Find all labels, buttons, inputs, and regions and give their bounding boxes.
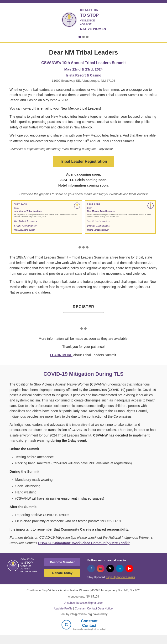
postcard1-community: From: Community (14, 223, 80, 228)
during-items: Mandatory mask wearing Social distancing… (15, 477, 157, 501)
nav-dot-3[interactable] (86, 36, 89, 38)
postcard2-header: Post Card (87, 203, 153, 206)
during-item-1: Mandatory mask wearing (15, 477, 157, 482)
facebook-icon[interactable]: f (87, 565, 95, 572)
logo-against: AGAINST (80, 22, 106, 26)
nav-dot-1[interactable] (78, 36, 81, 38)
youtube-icon[interactable]: ▶ (125, 565, 133, 572)
body-para4-post: Annual Tribal Leaders Summit. (89, 139, 135, 143)
social-label: Follow us on social media (87, 558, 160, 563)
postcard2-community: From: Community (87, 223, 153, 228)
divider-dot-4 (80, 327, 83, 330)
logo-violence: VIOLENCE (80, 18, 106, 23)
postcard1-tribal: To: Tribal Leaders (14, 219, 80, 224)
covid-para1: The Coalition to Stop Violence Against N… (10, 382, 157, 419)
body-para3: The goal Is to gather all our New Mexico… (10, 114, 157, 130)
body-para1: Whether your tribal leaders are seasoned… (10, 87, 157, 103)
covid-para2: As Indigenous leaders and advocates it i… (10, 422, 157, 444)
divider-dot-3 (86, 246, 89, 248)
agenda-line1: Agenda coming soon. (10, 172, 157, 177)
after-items: Reporting positive COVID-19 results Or i… (15, 512, 157, 524)
before-items: Testing before attendance Packing hand s… (15, 454, 157, 466)
register-cta: REGISTER (10, 301, 157, 313)
update-profile-link[interactable]: Update Profile (54, 607, 73, 610)
event-title: CSVANW's 10th Annual Tribal Leaders Summ… (10, 60, 157, 66)
during-item-3: Hand washing (15, 490, 157, 495)
cc-logo-icon: C (62, 620, 71, 630)
postcard1-logo-icon (74, 202, 80, 209)
postcard-2: Post Card Dear, New Mexico Tribal Leader… (85, 200, 156, 234)
footer-section: COALITION to STOP VIOLENCE AGAINST NATIV… (0, 553, 167, 584)
covid-during-list: Mandatory mask wearing Social distancing… (10, 477, 157, 501)
during-item-2: Social distancing (15, 484, 157, 489)
toolkit-link[interactable]: COVID-19 Mitigation: Work Place Communit… (38, 541, 129, 545)
become-member-button[interactable]: Become Member (44, 558, 80, 566)
logo-native-women: NATIVE WOMEN (80, 26, 106, 32)
nav-dot-2[interactable] (82, 36, 85, 38)
learn-more-link[interactable]: LEARN MORE (50, 353, 73, 357)
mask-notice: CSVANW is implementing mandatory mask-we… (10, 146, 157, 151)
unsubscribe-link[interactable]: Unsubscribe xxxxx@gmail.com (64, 601, 104, 604)
donate-today-button[interactable]: Donate Today (44, 569, 80, 577)
summit-desc-para1: The 10th Annual Tribal Leaders Summit – … (10, 255, 157, 276)
summit-desc-para2: The summit highlights the unique tribal,… (10, 279, 157, 295)
unsubscribe-row: Unsubscribe xxxxx@gmail.com (10, 601, 157, 605)
constant-contact-logo: C ConstantContact Try email marketing fo… (10, 619, 157, 631)
postcard-row: Post Card Dear, New Mexico Tribal Leader… (10, 200, 157, 234)
download-text: Download the graphics to share on your s… (10, 192, 157, 196)
postcard2-footer: TRIBAL LEADERS SUMMIT (87, 229, 153, 232)
before-item-1: Testing before attendance (15, 454, 157, 460)
postcard2-dear: Dear, New Mexico Tribal Leaders, (87, 206, 153, 213)
section-divider-1 (0, 242, 167, 252)
linkedin-icon[interactable]: in (116, 565, 124, 572)
tribal-leader-registration-button[interactable]: Tribal Leader Registration (53, 156, 114, 167)
after-item-2: Or in close proximity of someone who has… (15, 518, 157, 524)
footer-left: Become Member Donate Today (44, 558, 83, 577)
covid-before-label: Before the Summit (10, 446, 157, 452)
cc-brand-name: ConstantContact (73, 619, 106, 628)
postcard2-body: We are pleased to invite you to attend t… (87, 214, 153, 218)
cc-logo-text-area: ConstantContact Try email marketing for … (73, 619, 106, 631)
divider-dot-2 (82, 246, 85, 248)
bottom-section: Coalition to Stop Violence Against Nativ… (0, 584, 167, 635)
postcard2-logo-icon (147, 202, 154, 209)
svg-point-9 (76, 204, 78, 206)
address-line2: Albuquerque, NM 87109 (10, 594, 157, 599)
svg-point-16 (12, 562, 14, 565)
postcard1-dear: Dear, New Mexico Tribal Leaders, (14, 206, 80, 213)
profile-notice-row: Update Profile | Constant Contact Data N… (10, 606, 157, 611)
svg-point-3 (68, 14, 71, 19)
address-line1: Coalition to Stop Violence Against Nativ… (10, 588, 157, 592)
data-notice-link[interactable]: Constant Contact Data Notice (75, 607, 113, 610)
agenda-section: Agenda coming soon. 2024 TLS Briefs comi… (10, 172, 157, 188)
register-button[interactable]: REGISTER (63, 301, 104, 313)
cta-container: Tribal Leader Registration (10, 156, 157, 167)
learn-more-suffix: about Tribal Leaders Summit. (73, 353, 117, 357)
cc-tagline: Try email marketing for free today! (73, 628, 106, 631)
signup-emails-link[interactable]: Sign Up for our Emails (106, 576, 135, 579)
header-section: COALITION to STOP VIOLENCE AGAINST NATIV… (0, 3, 167, 43)
covid-after-label: After the Summit (10, 504, 157, 510)
logo-coalition: COALITION (80, 8, 106, 12)
divider-dot-1 (78, 246, 81, 248)
logo-area: COALITION to STOP VIOLENCE AGAINST NATIV… (5, 8, 162, 32)
sent-by: Sent by info@csvanw.org powered by (10, 612, 157, 616)
top-bar (0, 0, 167, 3)
more-info-line1: More information will be made as soon as… (10, 336, 157, 341)
after-item-1: Reporting positive COVID-19 results (15, 512, 157, 518)
postcard1-footer: TRIBAL LEADERS SUMMIT (14, 229, 80, 232)
instagram-icon[interactable]: 📸 (97, 565, 104, 572)
more-details: For more details on COVID-19 Mitigation … (10, 535, 157, 546)
event-dates: May 22nd & 23rd, 2024 (10, 67, 157, 72)
postcard2-tribal: To: Tribal Leaders (87, 219, 153, 224)
body-para4-sup: th (87, 139, 89, 141)
footer-logo-area: COALITION to STOP VIOLENCE AGAINST NATIV… (7, 558, 37, 573)
more-info-line2: Thank you for your patience! (10, 344, 157, 349)
footer-logo-text: COALITION to STOP VIOLENCE AGAINST NATIV… (21, 558, 37, 573)
more-info-section: More information will be made as soon as… (0, 334, 167, 365)
body-para4: We hope you encourage and share this wit… (10, 133, 157, 144)
event-address: 11000 Broadway SE, Albuquerque, NM 87105 (10, 78, 157, 83)
agenda-line3: Hotel information coming soon. (10, 183, 157, 188)
covid-before-list: Testing before attendance Packing hand s… (10, 454, 157, 466)
x-twitter-icon[interactable]: ✕ (106, 565, 114, 572)
